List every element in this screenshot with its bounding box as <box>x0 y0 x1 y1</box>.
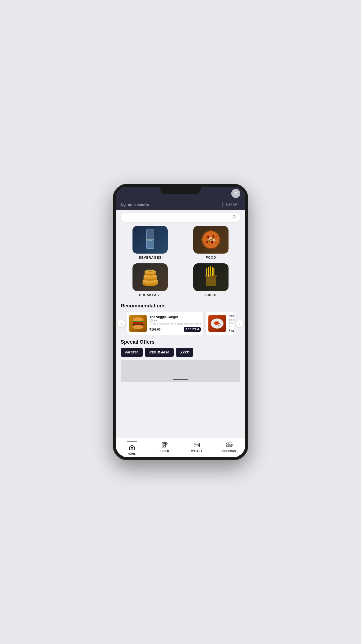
svg-rect-46 <box>206 268 207 276</box>
offer-chip-2[interactable]: XXXX <box>176 348 194 357</box>
rec-card-1: Item 2 xxx cal description of... ₹xxx <box>206 312 234 335</box>
category-food-label: FOOD <box>206 256 216 259</box>
home-active-indicator <box>127 441 137 441</box>
svg-point-31 <box>148 271 153 272</box>
recommendations-section: Recommendations ‹ <box>116 301 245 335</box>
bottom-nav: HOME <box>116 438 245 457</box>
svg-point-21 <box>212 237 214 239</box>
nav-label-order: ORDER <box>159 450 169 453</box>
phone-screen: Sign up for benefits SIGN UP <box>116 187 245 457</box>
category-food-image <box>193 226 229 254</box>
svg-point-70 <box>231 444 233 445</box>
rec-card-1-image <box>208 315 226 332</box>
recommendations-title: Recommendations <box>116 301 245 312</box>
svg-point-1 <box>233 216 235 218</box>
category-breakfast-label: BREAKFAST <box>139 293 161 297</box>
offer-chip-1[interactable]: REGULAR20 <box>145 348 174 357</box>
category-sides-label: SIDES <box>205 293 216 297</box>
svg-rect-43 <box>210 266 211 276</box>
rec-card-1-price: ₹xxx <box>229 329 234 333</box>
profile-icon[interactable] <box>231 189 240 198</box>
add-item-0-button[interactable]: ADD ITEM <box>184 327 201 332</box>
search-input[interactable] <box>125 216 232 219</box>
rec-card-0-footer: ₹108.00 ADD ITEM <box>149 327 201 332</box>
svg-point-12 <box>212 235 214 237</box>
rec-card-0-info: The Veggie Burger 200 cal A classic veg … <box>149 315 201 332</box>
svg-point-72 <box>228 444 229 444</box>
rec-card-0-desc: A classic veg burger with a potato patty… <box>149 323 201 326</box>
svg-rect-45 <box>213 268 214 276</box>
svg-rect-52 <box>133 322 143 324</box>
category-sides[interactable]: SIDES <box>183 263 239 297</box>
rec-card-1-name: Item 2 <box>229 314 234 318</box>
next-arrow[interactable]: › <box>236 320 243 327</box>
svg-point-0 <box>235 192 237 193</box>
svg-point-73 <box>230 445 230 446</box>
home-icon <box>129 444 135 452</box>
category-sides-image <box>193 263 229 291</box>
svg-rect-4 <box>146 240 154 249</box>
svg-line-2 <box>235 218 236 219</box>
status-bar-left <box>121 190 141 197</box>
nav-label-coupons: COUPONS <box>222 450 236 453</box>
special-offers-section: Special Offers FIRST30 REGULAR20 XXXX <box>116 335 245 384</box>
svg-point-65 <box>166 444 167 445</box>
order-icon <box>161 441 168 449</box>
search-icon <box>232 215 236 220</box>
category-breakfast[interactable]: BREAKFAST <box>122 263 178 297</box>
svg-point-64 <box>165 443 166 443</box>
offers-chips: FIRST30 REGULAR20 XXXX <box>121 348 240 357</box>
offers-placeholder <box>121 360 240 382</box>
nav-item-order[interactable]: ORDER <box>148 441 180 453</box>
category-breakfast-image <box>132 263 168 291</box>
category-beverages-image <box>132 226 168 254</box>
rec-card-1-info: Item 2 xxx cal description of... ₹xxx <box>229 314 234 333</box>
svg-point-5 <box>146 239 154 241</box>
prev-arrow[interactable]: ‹ <box>118 320 125 327</box>
svg-point-69 <box>226 444 227 445</box>
special-offers-title: Special Offers <box>121 337 240 348</box>
svg-point-51 <box>138 317 139 318</box>
rec-card-1-desc: description of... <box>229 322 234 328</box>
phone-notch <box>160 187 201 194</box>
svg-rect-42 <box>208 267 209 277</box>
signup-button[interactable]: SIGN UP <box>222 202 240 207</box>
recommendations-row: ‹ <box>116 312 245 335</box>
category-grid: BEVERAGES <box>116 224 245 301</box>
signup-text: Sign up for benefits <box>121 203 149 207</box>
nav-item-wallet[interactable]: WALLET <box>180 441 213 453</box>
svg-point-54 <box>132 325 144 329</box>
rec-card-0-image <box>129 315 147 332</box>
signup-banner: Sign up for benefits SIGN UP <box>116 199 245 210</box>
rec-card-0-price: ₹108.00 <box>149 328 161 331</box>
phone-device: Sign up for benefits SIGN UP <box>113 184 248 460</box>
rec-card-1-cal: xxx cal <box>229 318 234 321</box>
rec-card-0: The Veggie Burger 200 cal A classic veg … <box>127 312 203 335</box>
wallet-icon <box>194 441 200 449</box>
svg-point-56 <box>215 321 219 325</box>
category-beverages-label: BEVERAGES <box>139 256 162 259</box>
nav-item-coupons[interactable]: COUPONS <box>213 441 245 453</box>
rec-card-0-name: The Veggie Burger <box>149 315 201 319</box>
rec-card-1-footer: ₹xxx <box>229 329 234 333</box>
svg-point-20 <box>209 240 210 242</box>
svg-rect-67 <box>198 445 199 446</box>
nav-item-home[interactable]: HOME <box>116 441 148 455</box>
nav-label-wallet: WALLET <box>191 450 202 453</box>
nav-label-home: HOME <box>128 453 136 455</box>
search-bar[interactable] <box>121 213 240 222</box>
rec-cards-container: The Veggie Burger 200 cal A classic veg … <box>127 312 234 335</box>
svg-rect-44 <box>212 267 213 276</box>
coupons-icon <box>226 441 233 449</box>
category-beverages[interactable]: BEVERAGES <box>122 226 178 259</box>
main-content: BEVERAGES <box>116 224 245 438</box>
rec-card-0-cal: 200 cal <box>149 319 201 322</box>
category-food[interactable]: FOOD <box>183 226 239 259</box>
offer-chip-0[interactable]: FIRST30 <box>121 348 143 357</box>
search-bar-wrapper <box>116 210 245 224</box>
